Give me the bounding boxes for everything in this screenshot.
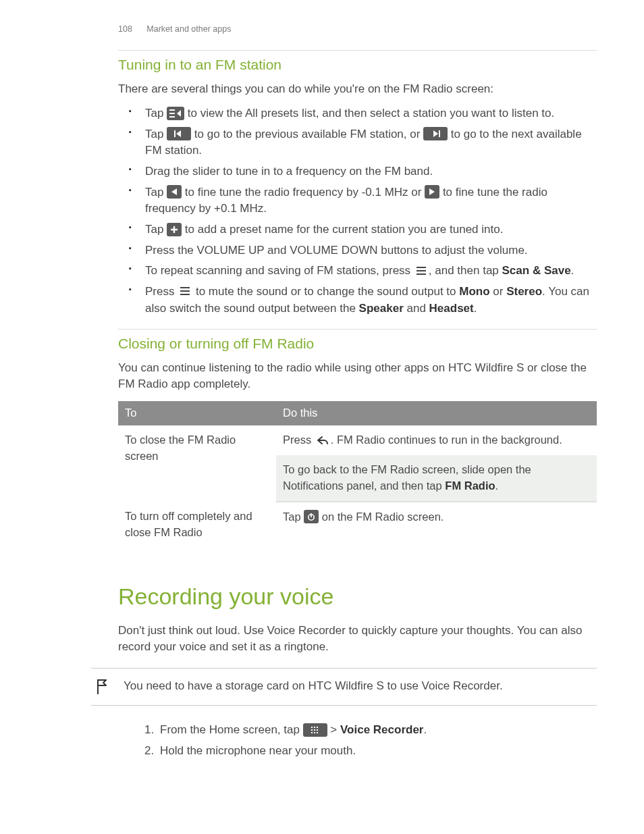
list-item: Hold the microphone near your mouth. bbox=[157, 743, 597, 760]
list-item: Press to mute the sound or to change the… bbox=[141, 284, 597, 317]
svg-rect-7 bbox=[311, 729, 313, 731]
divider bbox=[118, 50, 597, 51]
svg-rect-0 bbox=[174, 130, 176, 137]
back-arrow-icon bbox=[315, 434, 331, 446]
list-item: Drag the slider to tune in to a frequenc… bbox=[141, 163, 597, 180]
page-number: 108 bbox=[118, 24, 132, 34]
intro-closing: You can continue listening to the radio … bbox=[118, 360, 597, 393]
running-header: 108 Market and other apps bbox=[118, 23, 597, 35]
add-preset-icon bbox=[167, 223, 182, 236]
list-item: To repeat scanning and saving of FM stat… bbox=[141, 263, 597, 280]
note-storage-card: You need to have a storage card on HTC W… bbox=[91, 668, 597, 706]
divider bbox=[118, 329, 597, 330]
intro-recording: Don't just think out loud. Use Voice Rec… bbox=[118, 623, 597, 656]
menu-icon bbox=[414, 265, 429, 277]
col-to: To bbox=[118, 401, 276, 425]
heading-closing: Closing or turning off FM Radio bbox=[118, 334, 597, 354]
svg-rect-10 bbox=[311, 732, 313, 733]
close-instructions-table: To Do this To close the FM Radio screen … bbox=[118, 401, 597, 548]
intro-tuning: There are several things you can do whil… bbox=[118, 81, 597, 98]
table-row: To turn off completely and close FM Radi… bbox=[118, 502, 597, 548]
heading-recording: Recording your voice bbox=[118, 580, 597, 613]
power-icon bbox=[304, 510, 319, 523]
menu-icon bbox=[178, 285, 192, 297]
table-row: To close the FM Radio screen Press . FM … bbox=[118, 425, 597, 455]
flag-icon bbox=[95, 678, 109, 696]
col-do: Do this bbox=[276, 401, 597, 425]
apps-grid-icon bbox=[303, 723, 327, 737]
svg-rect-12 bbox=[317, 732, 318, 733]
fine-tune-up-icon bbox=[425, 185, 439, 199]
page-content: 108 Market and other apps Tuning in to a… bbox=[0, 0, 644, 790]
svg-rect-8 bbox=[314, 729, 315, 731]
svg-rect-1 bbox=[439, 130, 440, 137]
tuning-list: Tap to view the All presets list, and th… bbox=[118, 105, 597, 317]
next-station-icon bbox=[423, 127, 448, 140]
list-item: Tap to fine tune the radio frequency by … bbox=[141, 184, 597, 217]
note-text: You need to have a storage card on HTC W… bbox=[124, 678, 503, 695]
fine-tune-down-icon bbox=[167, 185, 182, 199]
list-item: From the Home screen, tap > Voice Record… bbox=[157, 722, 597, 739]
list-item: Tap to go to the previous available FM s… bbox=[141, 126, 597, 159]
section-name: Market and other apps bbox=[146, 24, 231, 34]
svg-rect-9 bbox=[317, 729, 318, 731]
svg-rect-6 bbox=[317, 727, 318, 728]
svg-rect-11 bbox=[314, 732, 315, 733]
list-item: Tap to view the All presets list, and th… bbox=[141, 105, 597, 122]
list-item: Press the VOLUME UP and VOLUME DOWN butt… bbox=[141, 242, 597, 259]
presets-list-icon bbox=[167, 107, 184, 120]
svg-rect-5 bbox=[314, 727, 315, 728]
list-item: Tap to add a preset name for the current… bbox=[141, 221, 597, 238]
previous-station-icon bbox=[167, 127, 191, 140]
svg-rect-4 bbox=[311, 727, 313, 728]
heading-tuning: Tuning in to an FM station bbox=[118, 55, 597, 75]
recording-steps: From the Home screen, tap > Voice Record… bbox=[118, 722, 597, 759]
